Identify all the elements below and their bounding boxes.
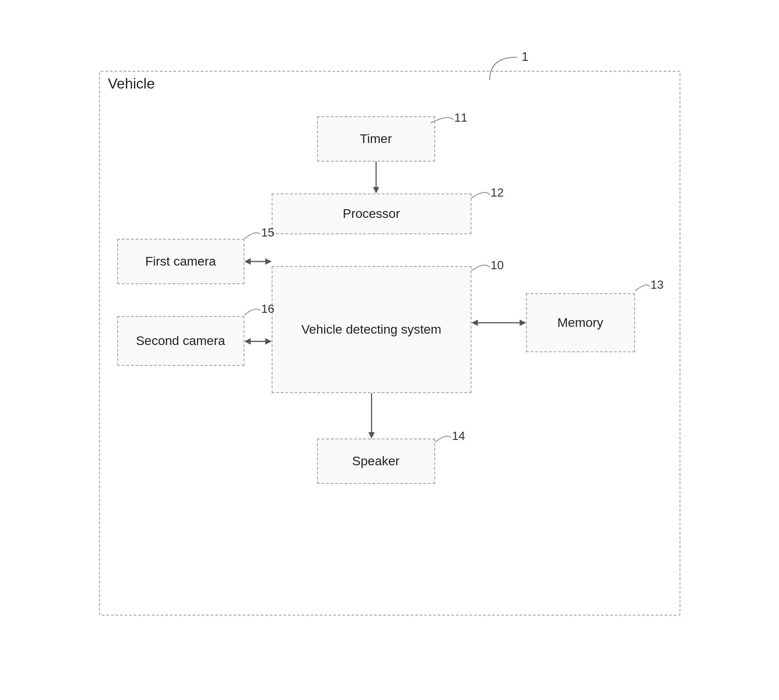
diagram-area: 1 Vehicle Timer Processor Vehicle detect… bbox=[72, 44, 708, 656]
page: 1 Vehicle Timer Processor Vehicle detect… bbox=[0, 0, 779, 700]
memory-box: Memory bbox=[526, 293, 635, 352]
vds-label: Vehicle detecting system bbox=[301, 321, 441, 338]
processor-box: Processor bbox=[272, 193, 471, 234]
vehicle-label: Vehicle bbox=[108, 75, 155, 92]
cam1-label: First camera bbox=[145, 253, 216, 270]
cam2-box: Second camera bbox=[117, 316, 244, 366]
cam2-label: Second camera bbox=[136, 333, 225, 349]
speaker-box: Speaker bbox=[317, 439, 435, 484]
timer-box: Timer bbox=[317, 116, 435, 162]
memory-label: Memory bbox=[557, 315, 603, 331]
processor-label: Processor bbox=[342, 206, 400, 222]
svg-text:1: 1 bbox=[521, 49, 529, 64]
speaker-label: Speaker bbox=[352, 453, 399, 469]
vds-box: Vehicle detecting system bbox=[272, 266, 471, 393]
cam1-box: First camera bbox=[117, 239, 244, 284]
timer-label: Timer bbox=[360, 131, 392, 147]
